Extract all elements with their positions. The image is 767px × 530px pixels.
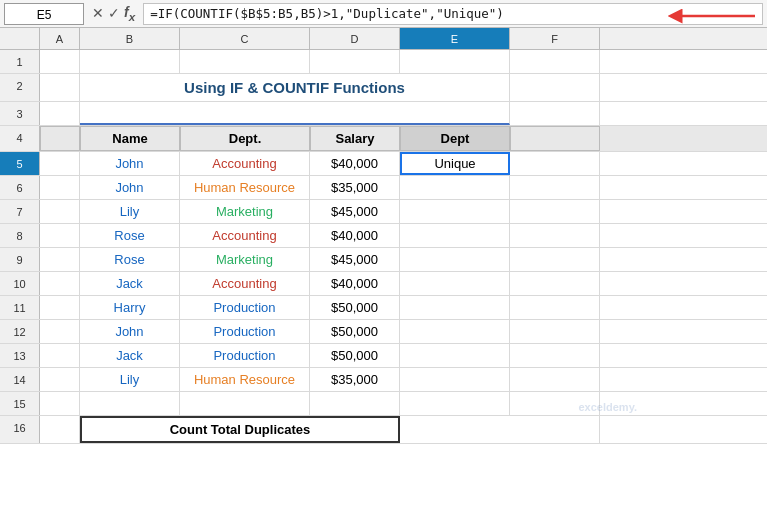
col-header-f[interactable]: F: [510, 28, 600, 49]
cell-b15[interactable]: [80, 392, 180, 415]
cell-e11[interactable]: [400, 296, 510, 319]
cell-a13[interactable]: [40, 344, 80, 367]
cell-e14[interactable]: [400, 368, 510, 391]
cell-e12[interactable]: [400, 320, 510, 343]
cell-b14[interactable]: Lily: [80, 368, 180, 391]
cell-f3[interactable]: [510, 102, 600, 125]
cell-a10[interactable]: [40, 272, 80, 295]
cell-a12[interactable]: [40, 320, 80, 343]
cell-d14[interactable]: $35,000: [310, 368, 400, 391]
cell-b13[interactable]: Jack: [80, 344, 180, 367]
cell-f15[interactable]: [510, 392, 600, 415]
cell-c14[interactable]: Human Resource: [180, 368, 310, 391]
cell-a1[interactable]: [40, 50, 80, 73]
cell-b12[interactable]: John: [80, 320, 180, 343]
cell-a11[interactable]: [40, 296, 80, 319]
cell-b1[interactable]: [80, 50, 180, 73]
cell-e1[interactable]: [400, 50, 510, 73]
cell-b9[interactable]: Rose: [80, 248, 180, 271]
cell-d8[interactable]: $40,000: [310, 224, 400, 247]
col-header-d[interactable]: D: [310, 28, 400, 49]
cell-c9[interactable]: Marketing: [180, 248, 310, 271]
fx-icon[interactable]: fx: [124, 4, 135, 23]
cell-f10[interactable]: [510, 272, 600, 295]
cell-e4-header[interactable]: Dept: [400, 126, 510, 151]
cell-d4-header[interactable]: Salary: [310, 126, 400, 151]
cell-a2[interactable]: [40, 74, 80, 101]
cell-f6[interactable]: [510, 176, 600, 199]
cell-b2-title[interactable]: Using IF & COUNTIF Functions: [80, 74, 510, 101]
cell-c10[interactable]: Accounting: [180, 272, 310, 295]
cell-a16[interactable]: [40, 416, 80, 443]
cell-d13[interactable]: $50,000: [310, 344, 400, 367]
cell-a4[interactable]: [40, 126, 80, 151]
cell-c15[interactable]: [180, 392, 310, 415]
cell-c5[interactable]: Accounting: [180, 152, 310, 175]
cell-d6[interactable]: $35,000: [310, 176, 400, 199]
cell-d12[interactable]: $50,000: [310, 320, 400, 343]
count-total-label[interactable]: Count Total Duplicates: [80, 416, 400, 443]
cell-f13[interactable]: [510, 344, 600, 367]
cell-a8[interactable]: [40, 224, 80, 247]
cell-f8[interactable]: [510, 224, 600, 247]
cell-a5[interactable]: [40, 152, 80, 175]
cell-f2[interactable]: [510, 74, 600, 101]
cancel-icon[interactable]: ✕: [92, 5, 104, 21]
cell-b8[interactable]: Rose: [80, 224, 180, 247]
cell-a6[interactable]: [40, 176, 80, 199]
cell-f9[interactable]: [510, 248, 600, 271]
cell-f14[interactable]: [510, 368, 600, 391]
cell-d5[interactable]: $40,000: [310, 152, 400, 175]
cell-e10[interactable]: [400, 272, 510, 295]
row-num-3: 3: [0, 102, 40, 125]
cell-reference-box[interactable]: E5: [4, 3, 84, 25]
cell-e15[interactable]: [400, 392, 510, 415]
col-header-e[interactable]: E: [400, 28, 510, 49]
cell-e9[interactable]: [400, 248, 510, 271]
formula-input[interactable]: [143, 3, 763, 25]
confirm-icon[interactable]: ✓: [108, 5, 120, 21]
cell-f4[interactable]: [510, 126, 600, 151]
cell-e7[interactable]: [400, 200, 510, 223]
cell-b7[interactable]: Lily: [80, 200, 180, 223]
cell-f12[interactable]: [510, 320, 600, 343]
cell-e6[interactable]: [400, 176, 510, 199]
cell-c13[interactable]: Production: [180, 344, 310, 367]
cell-f5[interactable]: [510, 152, 600, 175]
cell-a14[interactable]: [40, 368, 80, 391]
cell-f11[interactable]: [510, 296, 600, 319]
cell-d15[interactable]: [310, 392, 400, 415]
cell-c1[interactable]: [180, 50, 310, 73]
cell-a15[interactable]: [40, 392, 80, 415]
cell-c7[interactable]: Marketing: [180, 200, 310, 223]
cell-f1[interactable]: [510, 50, 600, 73]
cell-b6[interactable]: John: [80, 176, 180, 199]
col-header-a[interactable]: A: [40, 28, 80, 49]
cell-a7[interactable]: [40, 200, 80, 223]
cell-c8[interactable]: Accounting: [180, 224, 310, 247]
col-header-c[interactable]: C: [180, 28, 310, 49]
cell-b3[interactable]: [80, 102, 510, 125]
cell-b10[interactable]: Jack: [80, 272, 180, 295]
cell-e13[interactable]: [400, 344, 510, 367]
cell-c12[interactable]: Production: [180, 320, 310, 343]
cell-d11[interactable]: $50,000: [310, 296, 400, 319]
cell-c11[interactable]: Production: [180, 296, 310, 319]
cell-f16[interactable]: [510, 416, 600, 443]
cell-e16[interactable]: [400, 416, 510, 443]
cell-b11[interactable]: Harry: [80, 296, 180, 319]
cell-a9[interactable]: [40, 248, 80, 271]
cell-e5[interactable]: Unique: [400, 152, 510, 175]
cell-c4-header[interactable]: Dept.: [180, 126, 310, 151]
cell-e8[interactable]: [400, 224, 510, 247]
cell-f7[interactable]: [510, 200, 600, 223]
cell-b4-header[interactable]: Name: [80, 126, 180, 151]
cell-a3[interactable]: [40, 102, 80, 125]
cell-c6[interactable]: Human Resource: [180, 176, 310, 199]
cell-d10[interactable]: $40,000: [310, 272, 400, 295]
col-header-b[interactable]: B: [80, 28, 180, 49]
cell-d9[interactable]: $45,000: [310, 248, 400, 271]
cell-d1[interactable]: [310, 50, 400, 73]
cell-b5[interactable]: John: [80, 152, 180, 175]
cell-d7[interactable]: $45,000: [310, 200, 400, 223]
